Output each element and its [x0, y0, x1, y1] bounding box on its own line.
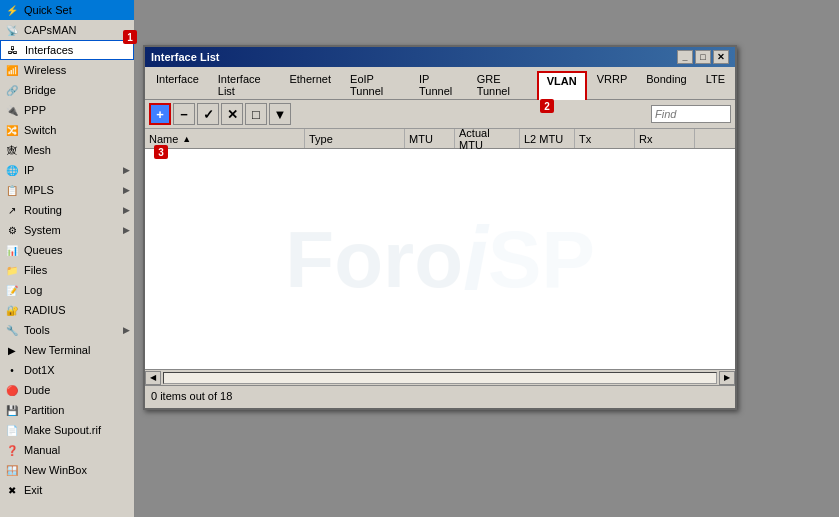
sidebar-item-interfaces[interactable]: 🖧 Interfaces	[0, 40, 134, 60]
expand-arrow: ▶	[123, 165, 130, 175]
interface-list-window: Interface List _ □ ✕ Interface Interface…	[143, 45, 737, 410]
sidebar-label: Routing	[24, 204, 123, 216]
sidebar-item-log[interactable]: 📝 Log	[0, 280, 134, 300]
scroll-left-button[interactable]: ◀	[145, 371, 161, 385]
sidebar-item-quick-set[interactable]: ⚡ Quick Set	[0, 0, 134, 20]
sidebar: ⚡ Quick Set 📡 CAPsMAN 🖧 Interfaces 📶 Wir…	[0, 0, 135, 517]
sidebar-label: Dude	[24, 384, 130, 396]
enable-button[interactable]: ✓	[197, 103, 219, 125]
sidebar-item-switch[interactable]: 🔀 Switch	[0, 120, 134, 140]
sidebar-item-mpls[interactable]: 📋 MPLS ▶	[0, 180, 134, 200]
sidebar-label: Quick Set	[24, 4, 130, 16]
tab-vlan[interactable]: VLAN	[537, 71, 587, 100]
sidebar-item-new-winbox[interactable]: 🪟 New WinBox	[0, 460, 134, 480]
expand-arrow: ▶	[123, 225, 130, 235]
sidebar-item-wireless[interactable]: 📶 Wireless	[0, 60, 134, 80]
sidebar-item-radius[interactable]: 🔐 RADIUS	[0, 300, 134, 320]
status-text: 0 items out of 18	[151, 390, 232, 402]
sidebar-label: Interfaces	[25, 44, 129, 56]
sidebar-item-mesh[interactable]: 🕸 Mesh	[0, 140, 134, 160]
exit-icon: ✖	[4, 482, 20, 498]
routing-icon: ↗	[4, 202, 20, 218]
queues-icon: 📊	[4, 242, 20, 258]
supout-icon: 📄	[4, 422, 20, 438]
sidebar-item-make-supout[interactable]: 📄 Make Supout.rif	[0, 420, 134, 440]
sidebar-label: Log	[24, 284, 130, 296]
wireless-icon: 📶	[4, 62, 20, 78]
tab-interface[interactable]: Interface	[147, 70, 208, 99]
find-input[interactable]	[651, 105, 731, 123]
col-header-actual-mtu[interactable]: Actual MTU	[455, 129, 520, 148]
copy-button[interactable]: □	[245, 103, 267, 125]
sidebar-label: CAPsMAN	[24, 24, 130, 36]
tab-lte[interactable]: LTE	[697, 70, 734, 99]
tab-bar: Interface Interface List Ethernet EoIP T…	[145, 67, 735, 100]
col-header-tx[interactable]: Tx	[575, 129, 635, 148]
filter-button[interactable]: ▼	[269, 103, 291, 125]
sidebar-item-dude[interactable]: 🔴 Dude	[0, 380, 134, 400]
sidebar-item-manual[interactable]: ❓ Manual	[0, 440, 134, 460]
close-button[interactable]: ✕	[713, 50, 729, 64]
terminal-icon: ▶	[4, 342, 20, 358]
sidebar-item-system[interactable]: ⚙ System ▶	[0, 220, 134, 240]
tab-bonding[interactable]: Bonding	[637, 70, 695, 99]
tab-interface-list[interactable]: Interface List	[209, 70, 280, 99]
bridge-icon: 🔗	[4, 82, 20, 98]
col-header-end	[695, 129, 735, 148]
tab-vrrp[interactable]: VRRP	[588, 70, 637, 99]
sidebar-label: Make Supout.rif	[24, 424, 130, 436]
tab-gre-tunnel[interactable]: GRE Tunnel	[468, 70, 536, 99]
window-titlebar: Interface List _ □ ✕	[145, 47, 735, 67]
sidebar-label: Manual	[24, 444, 130, 456]
manual-icon: ❓	[4, 442, 20, 458]
sidebar-item-dot1x[interactable]: • Dot1X	[0, 360, 134, 380]
dude-icon: 🔴	[4, 382, 20, 398]
sidebar-item-bridge[interactable]: 🔗 Bridge	[0, 80, 134, 100]
sidebar-item-routing[interactable]: ↗ Routing ▶	[0, 200, 134, 220]
tab-eoip-tunnel[interactable]: EoIP Tunnel	[341, 70, 409, 99]
minimize-button[interactable]: _	[677, 50, 693, 64]
table-header: Name ▲ Type MTU Actual MTU L2 MTU Tx	[145, 129, 735, 149]
disable-button[interactable]: ✕	[221, 103, 243, 125]
sidebar-item-capsman[interactable]: 📡 CAPsMAN	[0, 20, 134, 40]
maximize-button[interactable]: □	[695, 50, 711, 64]
mpls-icon: 📋	[4, 182, 20, 198]
table-body: ForoiSP	[145, 149, 735, 369]
sidebar-item-ppp[interactable]: 🔌 PPP	[0, 100, 134, 120]
col-header-rx[interactable]: Rx	[635, 129, 695, 148]
col-header-name[interactable]: Name ▲	[145, 129, 305, 148]
sidebar-item-files[interactable]: 📁 Files	[0, 260, 134, 280]
sidebar-item-new-terminal[interactable]: ▶ New Terminal	[0, 340, 134, 360]
mesh-icon: 🕸	[4, 142, 20, 158]
sidebar-label: Switch	[24, 124, 130, 136]
partition-icon: 💾	[4, 402, 20, 418]
sidebar-label: Wireless	[24, 64, 130, 76]
sidebar-label: Files	[24, 264, 130, 276]
col-header-mtu[interactable]: MTU	[405, 129, 455, 148]
remove-button[interactable]: −	[173, 103, 195, 125]
expand-arrow: ▶	[123, 185, 130, 195]
expand-arrow: ▶	[123, 325, 130, 335]
add-button[interactable]: +	[149, 103, 171, 125]
ip-icon: 🌐	[4, 162, 20, 178]
tab-ip-tunnel[interactable]: IP Tunnel	[410, 70, 467, 99]
status-bar: 0 items out of 18	[145, 385, 735, 405]
sidebar-item-ip[interactable]: 🌐 IP ▶	[0, 160, 134, 180]
find-box	[651, 105, 731, 123]
sidebar-item-tools[interactable]: 🔧 Tools ▶	[0, 320, 134, 340]
sidebar-item-queues[interactable]: 📊 Queues	[0, 240, 134, 260]
sidebar-item-exit[interactable]: ✖ Exit	[0, 480, 134, 500]
sidebar-label: RADIUS	[24, 304, 130, 316]
winbox-icon: 🪟	[4, 462, 20, 478]
col-header-l2mtu[interactable]: L2 MTU	[520, 129, 575, 148]
tools-icon: 🔧	[4, 322, 20, 338]
main-area: 1 Interface List _ □ ✕ Interface Interfa…	[135, 0, 839, 517]
scroll-right-button[interactable]: ▶	[719, 371, 735, 385]
table-area: Name ▲ Type MTU Actual MTU L2 MTU Tx	[145, 129, 735, 369]
scroll-track[interactable]	[163, 372, 717, 384]
col-header-type[interactable]: Type	[305, 129, 405, 148]
interfaces-icon: 🖧	[5, 42, 21, 58]
tab-ethernet[interactable]: Ethernet	[280, 70, 340, 99]
sidebar-label: Queues	[24, 244, 130, 256]
sidebar-item-partition[interactable]: 💾 Partition	[0, 400, 134, 420]
